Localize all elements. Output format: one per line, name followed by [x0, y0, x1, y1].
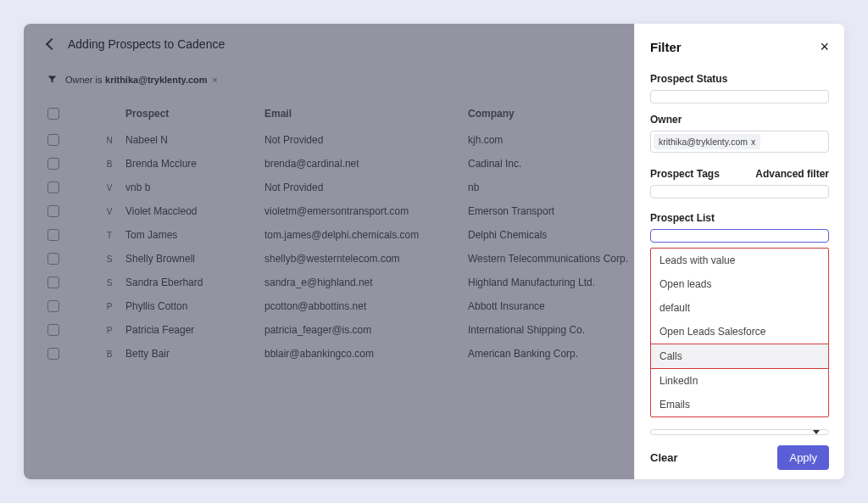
chip-remove-icon[interactable]: ×: [212, 75, 217, 85]
avatar-initial: P: [102, 326, 117, 335]
avatar-initial: S: [102, 254, 117, 264]
row-checkbox[interactable]: [47, 253, 59, 265]
avatar-initial: S: [102, 278, 117, 288]
dropdown-option-highlighted[interactable]: Calls: [651, 344, 828, 369]
prospect-name: Phyllis Cotton: [125, 300, 187, 312]
back-icon[interactable]: [46, 38, 58, 50]
dropdown-option[interactable]: Leads with value: [651, 249, 828, 272]
row-checkbox[interactable]: [47, 134, 59, 146]
prospect-name: Violet Maccleod: [125, 205, 198, 217]
col-email-header: Email: [264, 108, 468, 120]
prospect-email: bblair@abankingco.com: [264, 348, 468, 360]
dropdown-option[interactable]: default: [651, 296, 828, 320]
filter-panel: Filter × Prospect Status Owner krithika@…: [634, 24, 844, 479]
advanced-filter-link[interactable]: Advanced filter: [755, 168, 829, 180]
prospect-email: pcotton@abbottins.net: [264, 300, 468, 312]
prospect-email: violetm@emersontransport.com: [264, 205, 468, 217]
prospect-name: Sandra Eberhard: [125, 277, 203, 288]
extra-select[interactable]: [650, 429, 829, 435]
owner-label: Owner: [650, 114, 829, 126]
row-checkbox[interactable]: [47, 205, 59, 217]
row-checkbox[interactable]: [47, 229, 59, 241]
chevron-down-icon: [813, 430, 820, 434]
owner-tag: krithika@tryklenty.com x: [654, 134, 760, 149]
prospect-list-input[interactable]: [650, 229, 829, 243]
prospect-name: Betty Bair: [125, 348, 170, 360]
filter-chip: Owner is krithika@tryklenty.com ×: [65, 73, 218, 86]
avatar-initial: B: [102, 159, 117, 169]
page-title: Adding Prospects to Cadence: [68, 37, 225, 51]
prospect-email: Not Provided: [264, 182, 468, 193]
prospect-name: Nabeel N: [125, 134, 168, 146]
prospect-status-input[interactable]: [650, 90, 829, 103]
prospect-name: vnb b: [125, 182, 150, 193]
avatar-initial: V: [102, 207, 117, 216]
avatar-initial: N: [102, 136, 117, 145]
row-checkbox[interactable]: [47, 277, 59, 288]
col-prospect-header: Prospect: [86, 108, 264, 120]
dropdown-option[interactable]: Open leads: [651, 272, 828, 296]
row-checkbox[interactable]: [47, 158, 59, 170]
prospect-email: shellyb@westerntelecom.com: [264, 253, 468, 265]
prospect-tags-input[interactable]: [650, 185, 829, 198]
filter-icon: [47, 75, 57, 84]
prospect-status-label: Prospect Status: [650, 73, 829, 85]
select-all-checkbox[interactable]: [47, 108, 59, 120]
prospect-name: Tom James: [125, 229, 177, 241]
prospect-name: Brenda Mcclure: [125, 158, 197, 170]
close-icon[interactable]: ×: [820, 39, 829, 54]
prospect-email: tom.james@delphi.chemicals.com: [264, 229, 468, 241]
avatar-initial: V: [102, 183, 117, 193]
apply-button[interactable]: Apply: [777, 445, 829, 470]
dropdown-option[interactable]: Open Leads Salesforce: [651, 320, 828, 344]
dropdown-option[interactable]: Emails: [651, 393, 828, 416]
owner-tag-remove-icon[interactable]: x: [751, 137, 755, 147]
prospect-email: patricia_feager@is.com: [264, 324, 468, 336]
row-checkbox[interactable]: [47, 182, 59, 193]
dropdown-option[interactable]: LinkedIn: [651, 369, 828, 393]
prospect-email: brenda@cardinal.net: [264, 158, 468, 170]
avatar-initial: T: [102, 231, 117, 240]
row-checkbox[interactable]: [47, 348, 59, 360]
prospect-name: Patricia Feager: [125, 324, 194, 336]
prospect-list-dropdown: Leads with value Open leads default Open…: [650, 248, 829, 417]
row-checkbox[interactable]: [47, 324, 59, 336]
avatar-initial: P: [102, 302, 117, 311]
prospect-name: Shelly Brownell: [125, 253, 195, 265]
prospect-email: Not Provided: [264, 134, 468, 146]
app-window: Adding Prospects to Cadence Owner is kri…: [24, 24, 844, 479]
filter-panel-title: Filter: [650, 40, 682, 54]
clear-button[interactable]: Clear: [650, 451, 678, 464]
prospect-email: sandra_e@highland.net: [264, 277, 468, 288]
row-checkbox[interactable]: [47, 300, 59, 312]
prospect-list-label: Prospect List: [650, 212, 829, 224]
prospect-tags-label: Prospect Tags: [650, 168, 720, 180]
owner-input[interactable]: krithika@tryklenty.com x: [650, 131, 829, 153]
avatar-initial: B: [102, 349, 117, 359]
